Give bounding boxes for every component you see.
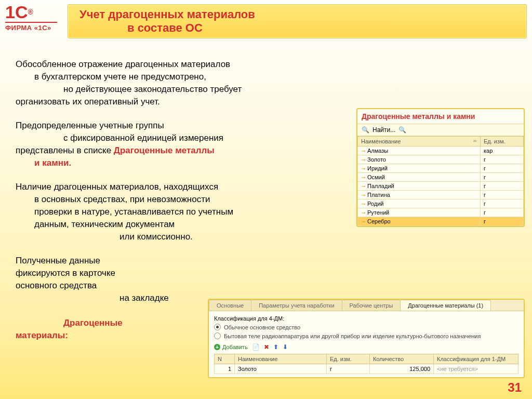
table-row[interactable]: ⊸Сереброг: [358, 217, 524, 226]
search-icon[interactable]: 🔍: [362, 126, 369, 134]
title-bar: Учет драгоценных материалов в составе ОС: [68, 4, 527, 38]
plus-icon: +: [214, 344, 220, 350]
row-icon: ⊸: [361, 183, 365, 189]
col-n[interactable]: N: [215, 354, 235, 364]
tab-centers[interactable]: Рабочие центры: [342, 300, 401, 311]
row-icon: ⊸: [361, 219, 365, 224]
row-icon: ⊸: [361, 157, 365, 163]
slide: 1C® ФИРМА «1С» Учет драгоценных материал…: [0, 0, 532, 399]
table-row[interactable]: ⊸Осмийг: [358, 173, 524, 182]
sort-icon[interactable]: ≐: [473, 138, 477, 144]
row-icon: ⊸: [361, 166, 365, 171]
down-icon[interactable]: ⬇: [283, 343, 288, 351]
card-body: Классификация для 4-ДМ: Обычное основное…: [209, 311, 524, 377]
col-name[interactable]: Наименование: [235, 354, 327, 364]
row-icon: ⊸: [361, 192, 365, 198]
col-unit[interactable]: Ед. изм.: [481, 137, 524, 147]
para-3: Наличие драгоценных материалов, находящи…: [16, 181, 338, 243]
copy-icon[interactable]: 📄: [252, 343, 260, 351]
table-row[interactable]: ⊸Рутенийг: [358, 208, 524, 217]
table-row[interactable]: ⊸Золотог: [358, 155, 524, 164]
logo: 1C® ФИРМА «1С»: [5, 3, 57, 39]
card-toolbar: +Добавить 📄 ✖ ⬆ ⬇: [214, 341, 518, 354]
tab-main[interactable]: Основные: [209, 300, 251, 311]
radio-icon: [214, 324, 221, 330]
panel-card: Основные Параметры учета наработки Рабоч…: [208, 299, 525, 378]
table-row[interactable]: ⊸Иридийг: [358, 164, 524, 173]
delete-icon[interactable]: ✖: [264, 343, 269, 351]
table-row[interactable]: ⊸Родийг: [358, 200, 524, 208]
metals-table: Наименование≐ Ед. изм. ⊸Алмазыкар ⊸Золот…: [357, 136, 524, 226]
card-table: N Наименование Ед. изм. Количество Класс…: [214, 354, 518, 374]
col-class[interactable]: Классификация для 1-ДМ: [434, 354, 518, 364]
panel-metals: Драгоценные металлы и камни 🔍 Найти... 🔍…: [356, 108, 525, 227]
row-icon: ⊸: [361, 148, 365, 154]
panel-metals-title: Драгоценные металлы и камни: [357, 109, 524, 124]
row-icon: ⊸: [361, 210, 365, 216]
row-icon: ⊸: [361, 175, 365, 180]
card-tabs: Основные Параметры учета наработки Рабоч…: [209, 300, 524, 311]
table-row[interactable]: ⊸Палладийг: [358, 182, 524, 191]
page-number: 31: [508, 380, 522, 395]
logo-subtitle: ФИРМА «1С»: [5, 22, 57, 32]
classification-label: Классификация для 4-ДМ:: [214, 315, 518, 322]
table-row[interactable]: ⊸Алмазыкар: [358, 147, 524, 155]
radio-household[interactable]: Бытовая теле радиоаппаратура или другой …: [214, 332, 518, 339]
tab-params[interactable]: Параметры учета наработки: [251, 300, 342, 311]
logo-mark: 1C®: [5, 3, 57, 21]
col-name[interactable]: Наименование≐: [358, 137, 481, 147]
clear-search-icon[interactable]: 🔍: [398, 126, 406, 134]
find-button[interactable]: Найти...: [373, 126, 395, 134]
up-icon[interactable]: ⬆: [273, 343, 278, 351]
col-qty[interactable]: Количество: [370, 354, 434, 364]
panel-metals-toolbar: 🔍 Найти... 🔍: [357, 124, 524, 136]
radio-icon: [214, 332, 221, 339]
col-unit[interactable]: Ед. изм.: [327, 354, 370, 364]
slide-title: Учет драгоценных материалов в составе ОС: [68, 5, 526, 35]
radio-ordinary[interactable]: Обычное основное средство: [214, 324, 518, 330]
add-button[interactable]: +Добавить: [214, 344, 248, 350]
table-row[interactable]: ⊸Платинаг: [358, 191, 524, 200]
para-2: Предопределенные учетные группы с фиксир…: [16, 119, 338, 169]
tab-precious[interactable]: Драгоценные материалы (1): [400, 300, 491, 311]
row-icon: ⊸: [361, 201, 365, 207]
para-1: Обособленное отражение драгоценных матер…: [16, 58, 338, 108]
table-row[interactable]: 1 Золото г 125,000 <не требуется>: [215, 364, 518, 374]
